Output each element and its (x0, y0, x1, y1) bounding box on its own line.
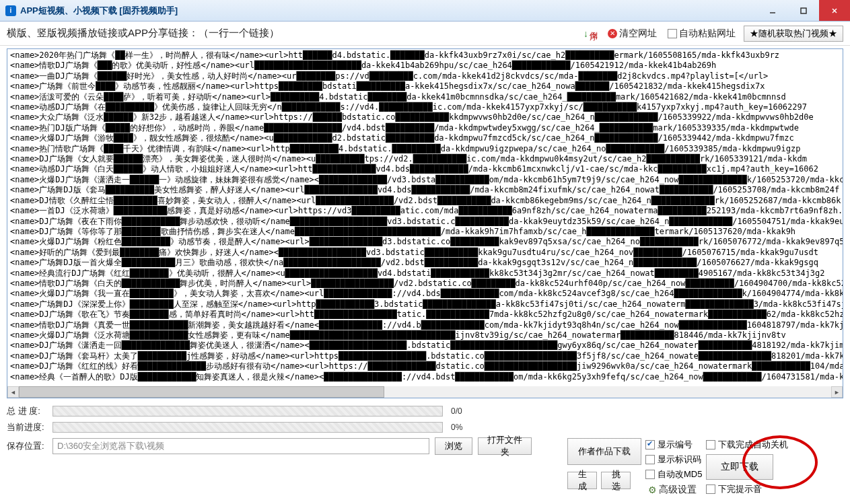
checkbox-icon (645, 455, 655, 464)
scroll-right-arrow[interactable]: ► (831, 386, 843, 398)
random-hot-video-button[interactable]: ★随机获取热门视频★ (744, 26, 843, 42)
right-controls: 作者作品下载 生成 挑选 显示编号 显示标识码 自动改MD5 ⚙高级设置 下载完… (567, 438, 843, 497)
checkbox-icon (645, 470, 655, 479)
browse-button[interactable]: 浏览 (435, 437, 472, 455)
current-progress-bar (52, 422, 443, 433)
checkbox-icon (706, 440, 715, 449)
auto-paste-checkbox[interactable]: 自动粘贴网址 (665, 26, 738, 41)
finish-sound-checkbox[interactable]: 下完提示音 (706, 482, 788, 496)
toolbar: 横版、竖版视频播放链接或APP分享链接：（一行一个链接） ↓ 倒序 ✕ 清空网址… (0, 22, 850, 46)
minimize-button[interactable] (757, 0, 788, 21)
author-works-button[interactable]: 作者作品下载 (567, 438, 641, 465)
auto-md5-checkbox[interactable]: 自动改MD5 (645, 468, 702, 481)
horizontal-scrollbar[interactable]: ◄ ► (7, 386, 843, 398)
total-progress-bar (52, 406, 443, 417)
checkbox-checked-icon (645, 440, 655, 449)
auto-shutdown-checkbox[interactable]: 下载完成自动关机 (706, 438, 788, 452)
gear-icon: ⚙ (648, 484, 657, 495)
url-textarea[interactable]: <name>2020年热门广场舞《██样一生》，时尚醉人，很有味</name><… (7, 48, 843, 398)
scroll-left-arrow[interactable]: ◄ (7, 386, 19, 398)
save-path-label: 保存位置: (7, 440, 47, 452)
maximize-button[interactable] (788, 0, 819, 21)
show-tag-checkbox[interactable]: 显示标识码 (645, 453, 702, 466)
arrow-down-icon: ↓ (583, 28, 588, 39)
current-progress-value: 0% (451, 423, 462, 432)
clear-icon: ✕ (608, 29, 617, 38)
current-progress-label: 当前进度: (7, 421, 47, 433)
filter-button[interactable]: 挑选 (601, 472, 631, 489)
advanced-settings-button[interactable]: ⚙高级设置 (645, 482, 702, 497)
window-title: APP短视频、小视频下载 [固乔视频助手] (20, 5, 757, 17)
open-folder-button[interactable]: 打开文件夹 (478, 437, 532, 455)
close-button[interactable] (819, 0, 850, 21)
url-textarea-content[interactable]: <name>2020年热门广场舞《██样一生》，时尚醉人，很有味</name><… (7, 49, 843, 386)
titlebar: i APP短视频、小视频下载 [固乔视频助手] (0, 0, 850, 22)
scroll-thumb[interactable] (19, 386, 384, 398)
checkbox-icon (668, 29, 677, 38)
scroll-track[interactable] (19, 386, 831, 398)
generate-button[interactable]: 生成 (567, 472, 597, 489)
total-progress-value: 0/0 (451, 406, 462, 416)
download-now-button[interactable]: 立即下载 (706, 454, 773, 480)
total-progress-label: 总 进 度: (7, 405, 47, 417)
app-icon: i (5, 5, 16, 16)
clear-url-button[interactable]: ✕ 清空网址 (605, 26, 660, 41)
checkbox-icon (706, 484, 715, 494)
input-label: 横版、竖版视频播放链接或APP分享链接：（一行一个链接） (7, 27, 279, 40)
svg-rect-1 (801, 8, 806, 13)
sort-button[interactable]: ↓ 倒序 (581, 24, 600, 43)
show-number-checkbox[interactable]: 显示编号 (645, 438, 702, 452)
save-path-input[interactable] (52, 438, 429, 454)
